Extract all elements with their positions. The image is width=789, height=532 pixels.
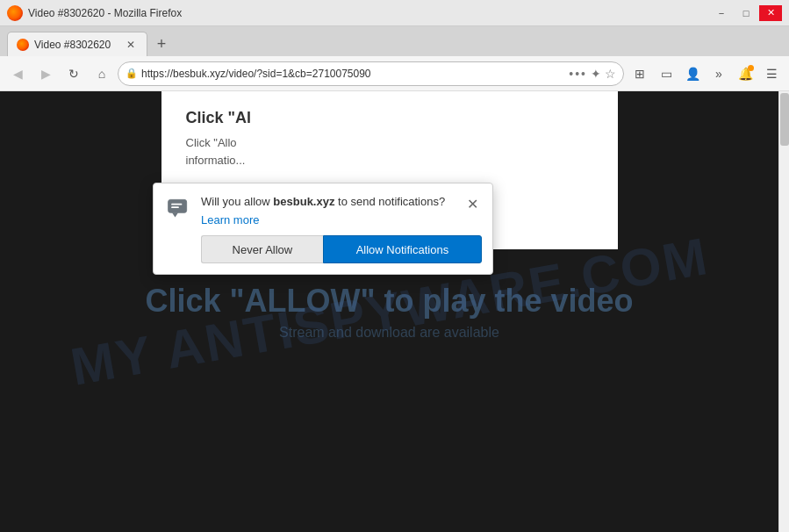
reload-button[interactable]: ↻ <box>61 61 86 86</box>
content-card-title: Click "Al <box>186 109 593 127</box>
browser-content: Click "Al Click "Allo informatio... <box>0 91 789 532</box>
close-button[interactable]: ✕ <box>759 5 782 21</box>
sidebar-button[interactable]: ▭ <box>654 61 678 86</box>
notif-popup-body: Will you allow besbuk.xyz to send notifi… <box>201 194 454 226</box>
maximize-button[interactable]: □ <box>735 5 757 21</box>
notif-popup-header: Will you allow besbuk.xyz to send notifi… <box>164 194 482 226</box>
learn-more-link[interactable]: Learn more <box>201 213 454 226</box>
big-text-overlay: Click "ALLOW" to play the video Stream a… <box>0 283 778 341</box>
main-prompt-text: Click "ALLOW" to play the video <box>0 283 778 320</box>
title-bar: Video #8302620 - Mozilla Firefox − □ ✕ <box>0 0 789 26</box>
svg-rect-0 <box>169 199 187 212</box>
library-button[interactable]: ⊞ <box>628 61 652 86</box>
extensions-button[interactable]: » <box>707 61 731 86</box>
notif-popup-buttons: Never Allow Allow Notifications <box>201 235 482 263</box>
notif-popup-title: Will you allow besbuk.xyz to send notifi… <box>201 194 454 210</box>
tab-close-button[interactable]: ✕ <box>124 38 138 52</box>
scrollbar[interactable] <box>778 91 789 532</box>
scrollbar-thumb[interactable] <box>780 93 789 146</box>
new-tab-button[interactable]: + <box>149 32 174 56</box>
sub-prompt-text: Stream and download are available <box>0 325 778 341</box>
svg-marker-1 <box>172 212 178 217</box>
tab-label: Video #8302620 <box>34 39 118 51</box>
title-bar-title: Video #8302620 - Mozilla Firefox <box>28 7 182 19</box>
allow-notifications-button[interactable]: Allow Notifications <box>323 235 482 263</box>
lock-icon: 🔒 <box>126 68 138 79</box>
tab-favicon <box>17 39 29 51</box>
back-button[interactable]: ◀ <box>5 61 30 86</box>
title-bar-controls: − □ ✕ <box>710 5 782 21</box>
title-bar-left: Video #8302620 - Mozilla Firefox <box>7 5 182 21</box>
svg-rect-3 <box>171 206 179 208</box>
address-more-icon[interactable]: ••• <box>569 67 587 81</box>
menu-button[interactable]: ☰ <box>759 61 784 86</box>
star-icon[interactable]: ☆ <box>605 67 616 81</box>
bookmark-icon[interactable]: ✦ <box>591 67 601 81</box>
svg-rect-2 <box>171 204 182 205</box>
notif-popup-close-button[interactable]: ✕ <box>463 194 482 213</box>
notification-permission-popup: Will you allow besbuk.xyz to send notifi… <box>153 183 493 275</box>
nav-right-icons: ⊞ ▭ 👤 » 🔔 ☰ <box>628 61 784 86</box>
home-button[interactable]: ⌂ <box>90 61 114 86</box>
page-content: Click "Al Click "Allo informatio... <box>0 91 778 532</box>
firefox-icon <box>7 5 23 21</box>
content-card-text: Click "Allo informatio... <box>186 134 593 169</box>
nav-bar: ◀ ▶ ↻ ⌂ 🔒 https://besbuk.xyz/video/?sid=… <box>0 56 789 91</box>
forward-button[interactable]: ▶ <box>33 61 58 86</box>
address-bar[interactable]: 🔒 https://besbuk.xyz/video/?sid=1&cb=271… <box>118 61 624 86</box>
tab-bar: Video #8302620 ✕ + <box>0 26 789 56</box>
sync-button[interactable]: 👤 <box>680 61 705 86</box>
notif-popup-icon <box>164 194 192 222</box>
minimize-button[interactable]: − <box>710 5 733 21</box>
address-text: https://besbuk.xyz/video/?sid=1&cb=27100… <box>141 68 565 80</box>
never-allow-button[interactable]: Never Allow <box>201 235 323 263</box>
active-tab[interactable]: Video #8302620 ✕ <box>7 32 147 56</box>
notification-button[interactable]: 🔔 <box>733 61 757 86</box>
